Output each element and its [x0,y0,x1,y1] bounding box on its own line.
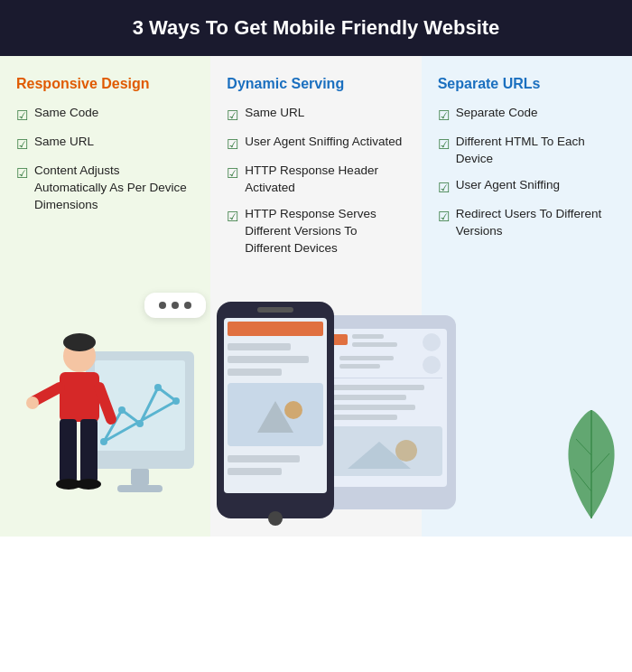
svg-point-8 [76,479,101,490]
svg-line-3 [34,387,60,401]
dot3 [184,302,191,309]
svg-rect-24 [228,322,323,336]
svg-point-16 [154,384,162,391]
check-icon: ☑ [438,106,450,125]
illustration-row [0,266,632,537]
col-responsive-items: ☑ Same Code ☑ Same URL ☑ Content Adjusts… [16,105,194,214]
svg-point-1 [63,333,96,351]
svg-rect-37 [352,342,397,347]
svg-point-23 [268,511,283,526]
svg-point-42 [423,356,441,374]
col-responsive: Responsive Design ☑ Same Code ☑ Same URL… [0,56,210,266]
svg-rect-40 [339,364,380,369]
list-item: ☑ User Agent Sniffing Activated [227,134,404,154]
check-icon: ☑ [438,207,450,226]
leaf-decoration [560,401,623,527]
list-item: ☑ Redirect Users To Different Versions [438,206,616,240]
check-icon: ☑ [16,163,28,182]
person-illustration [25,329,134,537]
list-item: ☑ User Agent Sniffing [438,177,616,197]
col-dynamic: Dynamic Serving ☑ Same URL ☑ User Agent … [210,56,421,266]
col-separate-heading: Separate URLs [438,76,616,92]
svg-rect-25 [228,343,291,350]
page-wrapper: 3 Ways To Get Mobile Friendly Website Re… [0,0,632,537]
check-icon: ☑ [227,135,238,154]
content-columns: Responsive Design ☑ Same Code ☑ Same URL… [0,56,632,266]
phone-illustration [208,293,343,537]
speech-bubble [144,293,206,318]
svg-rect-26 [228,356,309,363]
list-item: ☑ Content Adjusts Automatically As Per D… [16,163,194,214]
svg-rect-6 [80,419,98,482]
svg-point-15 [136,420,144,427]
check-icon: ☑ [16,106,28,125]
svg-rect-2 [60,372,99,422]
list-item: ☑ HTTP Response Header Activated [227,163,404,197]
list-item: ☑ Same URL [16,134,194,154]
col-separate: Separate URLs ☑ Separate Code ☑ Differen… [422,56,632,266]
svg-point-41 [423,333,441,351]
check-icon: ☑ [227,106,238,125]
col-dynamic-heading: Dynamic Serving [227,76,404,92]
svg-rect-5 [60,419,77,482]
col-dynamic-items: ☑ Same URL ☑ User Agent Sniffing Activat… [227,105,404,257]
svg-rect-27 [228,369,282,376]
svg-point-9 [26,397,39,409]
check-icon: ☑ [227,207,238,226]
page-title: 3 Ways To Get Mobile Friendly Website [0,0,632,56]
svg-rect-39 [339,356,394,360]
list-item: ☑ Separate Code [438,105,616,125]
check-icon: ☑ [16,135,28,154]
svg-rect-32 [228,468,282,475]
svg-rect-18 [131,469,149,485]
check-icon: ☑ [438,178,450,197]
dot1 [159,302,166,309]
svg-rect-22 [257,307,293,313]
svg-point-17 [172,397,180,405]
col-responsive-heading: Responsive Design [16,76,194,92]
col-separate-items: ☑ Separate Code ☑ Different HTML To Each… [438,105,616,240]
list-item: ☑ HTTP Response Serves Different Version… [227,206,404,257]
svg-line-4 [99,387,111,419]
dot2 [172,302,179,309]
check-icon: ☑ [227,163,238,182]
check-icon: ☑ [438,135,450,154]
svg-rect-31 [228,455,300,462]
list-item: ☑ Same URL [227,105,404,125]
list-item: ☑ Same Code [16,105,194,125]
svg-rect-36 [352,334,384,339]
list-item: ☑ Different HTML To Each Device [438,134,616,168]
title-text: 3 Ways To Get Mobile Friendly Website [133,16,500,39]
svg-point-50 [395,440,417,462]
svg-point-30 [284,401,302,419]
